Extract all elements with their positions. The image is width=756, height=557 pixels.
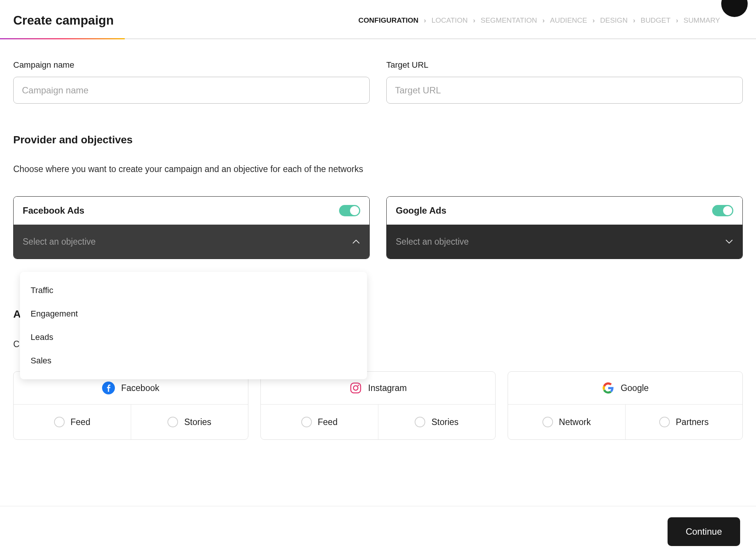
svg-rect-1 bbox=[351, 383, 361, 393]
objective-option-leads[interactable]: Leads bbox=[20, 326, 367, 349]
formats-row: Facebook Feed Stories Instagram bbox=[13, 371, 743, 440]
format-instagram-feed[interactable]: Feed bbox=[261, 405, 378, 439]
radio-icon bbox=[167, 417, 178, 427]
page-header: Create campaign CONFIGURATION › LOCATION… bbox=[0, 0, 756, 38]
format-instagram-stories[interactable]: Stories bbox=[378, 405, 496, 439]
progress-fill bbox=[0, 38, 125, 39]
chevron-right-icon: › bbox=[676, 16, 678, 25]
target-url-field: Target URL bbox=[386, 60, 743, 104]
continue-button[interactable]: Continue bbox=[668, 517, 740, 546]
format-option-label: Partners bbox=[676, 417, 709, 427]
chevron-right-icon: › bbox=[633, 16, 635, 25]
provider-facebook-objective-select[interactable]: Select an objective bbox=[14, 225, 369, 259]
radio-icon bbox=[659, 417, 670, 427]
breadcrumb-step-configuration[interactable]: CONFIGURATION bbox=[358, 16, 418, 25]
provider-section-subtitle: Choose where you want to create your cam… bbox=[13, 164, 743, 174]
chevron-right-icon: › bbox=[473, 16, 475, 25]
breadcrumb-step-summary[interactable]: SUMMARY bbox=[683, 16, 720, 25]
chevron-up-icon bbox=[352, 237, 360, 246]
objective-option-traffic[interactable]: Traffic bbox=[20, 279, 367, 302]
format-google-card: Google Network Partners bbox=[508, 371, 743, 440]
objective-dropdown: Traffic Engagement Leads Sales bbox=[20, 272, 367, 379]
format-google-label: Google bbox=[621, 383, 649, 393]
provider-section-title: Provider and objectives bbox=[13, 134, 743, 146]
breadcrumb-step-audience[interactable]: AUDIENCE bbox=[550, 16, 587, 25]
google-icon bbox=[602, 382, 615, 394]
page-title: Create campaign bbox=[13, 13, 114, 28]
provider-google-name: Google Ads bbox=[396, 205, 446, 216]
select-placeholder: Select an objective bbox=[396, 237, 469, 247]
objective-option-sales[interactable]: Sales bbox=[20, 349, 367, 372]
format-google-partners[interactable]: Partners bbox=[626, 405, 743, 439]
target-url-label: Target URL bbox=[386, 60, 743, 70]
provider-facebook-toggle[interactable] bbox=[339, 205, 360, 216]
provider-facebook-head: Facebook Ads bbox=[14, 197, 369, 225]
format-facebook-label: Facebook bbox=[121, 383, 159, 393]
radio-icon bbox=[415, 417, 425, 427]
format-instagram-label: Instagram bbox=[368, 383, 407, 393]
instagram-icon bbox=[349, 382, 362, 394]
toggle-knob bbox=[723, 206, 732, 215]
format-facebook-stories[interactable]: Stories bbox=[131, 405, 248, 439]
facebook-icon bbox=[102, 382, 115, 394]
target-url-input[interactable] bbox=[386, 77, 743, 104]
provider-google-toggle[interactable] bbox=[712, 205, 733, 216]
radio-icon bbox=[54, 417, 65, 427]
format-facebook-card: Facebook Feed Stories bbox=[13, 371, 248, 440]
breadcrumb-step-segmentation[interactable]: SEGMENTATION bbox=[480, 16, 537, 25]
breadcrumb: CONFIGURATION › LOCATION › SEGMENTATION … bbox=[358, 16, 720, 25]
campaign-name-input[interactable] bbox=[13, 77, 370, 104]
chevron-down-icon bbox=[725, 237, 733, 246]
chevron-right-icon: › bbox=[592, 16, 595, 25]
provider-google-head: Google Ads bbox=[387, 197, 742, 225]
format-option-label: Stories bbox=[184, 417, 211, 427]
providers-row: Facebook Ads Select an objective Google … bbox=[13, 196, 743, 259]
breadcrumb-step-location[interactable]: LOCATION bbox=[431, 16, 468, 25]
campaign-name-field: Campaign name bbox=[13, 60, 370, 104]
svg-point-2 bbox=[353, 386, 358, 390]
svg-point-3 bbox=[358, 385, 359, 386]
format-google-head: Google bbox=[508, 372, 742, 405]
footer: Continue bbox=[0, 506, 756, 557]
format-google-network[interactable]: Network bbox=[508, 405, 626, 439]
chevron-right-icon: › bbox=[542, 16, 545, 25]
select-placeholder: Select an objective bbox=[23, 237, 96, 247]
provider-google-objective-select[interactable]: Select an objective bbox=[387, 225, 742, 259]
radio-icon bbox=[301, 417, 312, 427]
format-option-label: Stories bbox=[431, 417, 459, 427]
breadcrumb-step-design[interactable]: DESIGN bbox=[600, 16, 628, 25]
breadcrumb-step-budget[interactable]: BUDGET bbox=[641, 16, 671, 25]
format-option-label: Feed bbox=[318, 417, 338, 427]
toggle-knob bbox=[350, 206, 359, 215]
chevron-right-icon: › bbox=[424, 16, 426, 25]
format-option-label: Network bbox=[559, 417, 591, 427]
provider-facebook-card: Facebook Ads Select an objective bbox=[13, 196, 370, 259]
provider-google-card: Google Ads Select an objective bbox=[386, 196, 743, 259]
format-option-label: Feed bbox=[71, 417, 90, 427]
format-facebook-feed[interactable]: Feed bbox=[14, 405, 131, 439]
campaign-name-label: Campaign name bbox=[13, 60, 370, 70]
radio-icon bbox=[542, 417, 553, 427]
format-instagram-card: Instagram Feed Stories bbox=[260, 371, 496, 440]
objective-option-engagement[interactable]: Engagement bbox=[20, 302, 367, 326]
provider-facebook-name: Facebook Ads bbox=[23, 205, 84, 216]
progress-bar bbox=[0, 38, 756, 39]
